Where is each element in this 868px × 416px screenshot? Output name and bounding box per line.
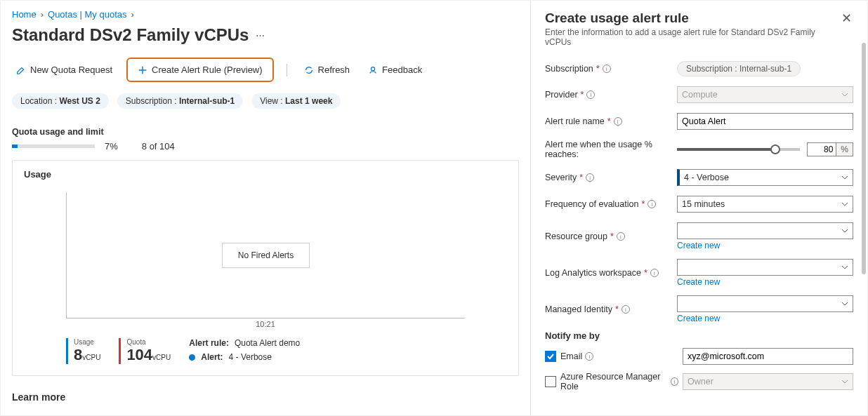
usage-chart: No Fired Alerts — [66, 192, 465, 318]
create-new-rg-link[interactable]: Create new — [677, 241, 853, 250]
email-checkbox-label: Email i — [560, 351, 678, 361]
usage-card: Usage No Fired Alerts 10:21 Usage 8vCPU … — [12, 160, 519, 376]
resource-group-select[interactable] — [677, 222, 853, 239]
chevron-down-icon — [841, 91, 848, 98]
svg-point-0 — [371, 67, 374, 70]
usage-progress-bar — [12, 145, 95, 148]
quota-usage-title: Quota usage and limit — [12, 127, 519, 137]
alert-rule-value: Quota Alert demo — [235, 338, 300, 348]
info-icon[interactable]: i — [603, 65, 611, 73]
create-alert-panel: Create usage alert rule Enter the inform… — [530, 1, 867, 415]
managed-identity-select[interactable] — [677, 295, 853, 312]
usage-card-title: Usage — [24, 169, 507, 180]
info-icon[interactable]: i — [614, 117, 622, 126]
info-icon[interactable]: i — [617, 232, 625, 241]
more-actions-button[interactable]: ⋯ — [256, 30, 266, 41]
notify-section-title: Notify me by — [545, 330, 853, 341]
panel-title: Create usage alert rule — [545, 11, 840, 26]
subscription-label: Subscription * i — [545, 64, 669, 74]
info-icon[interactable]: i — [586, 90, 595, 99]
usage-stat-unit: vCPU — [82, 354, 100, 361]
threshold-slider[interactable] — [677, 148, 800, 151]
chart-x-label: 10:21 — [24, 320, 507, 328]
refresh-label: Refresh — [318, 65, 350, 75]
alert-rule-summary: Alert rule: Quota Alert demo Alert: 4 - … — [189, 338, 300, 362]
quota-stat-label: Quota — [126, 338, 171, 346]
alert-label: Alert: — [201, 352, 223, 362]
info-icon[interactable]: i — [650, 269, 659, 277]
learn-more-heading: Learn more — [12, 391, 519, 403]
usage-stat-label: Usage — [74, 338, 100, 346]
page-title: Standard DSv2 Family vCPUs — [12, 25, 249, 45]
view-filter[interactable]: View : Last 1 week — [251, 93, 341, 109]
chevron-down-icon — [841, 378, 848, 385]
subscription-filter[interactable]: Subscription : Internal-sub-1 — [117, 93, 243, 109]
feedback-button[interactable]: Feedback — [364, 62, 426, 78]
subscription-value: Subscription : Internal-sub-1 — [677, 61, 801, 76]
breadcrumb: Home › Quotas | My quotas › — [12, 9, 519, 20]
provider-label: Provider * i — [545, 90, 669, 100]
usage-count: 8 of 104 — [142, 141, 175, 152]
slider-thumb[interactable] — [770, 145, 780, 154]
create-new-law-link[interactable]: Create new — [677, 277, 853, 287]
arm-role-checkbox[interactable] — [545, 376, 556, 387]
quota-stat: Quota 104vCPU — [119, 338, 171, 364]
usage-progress-fill — [12, 145, 18, 148]
info-icon[interactable]: i — [586, 173, 594, 182]
feedback-label: Feedback — [382, 65, 422, 75]
chevron-down-icon — [841, 264, 848, 271]
pencil-icon — [16, 65, 26, 75]
breadcrumb-home[interactable]: Home — [12, 9, 37, 20]
breadcrumb-quotas[interactable]: Quotas | My quotas — [48, 9, 127, 20]
chevron-down-icon — [841, 227, 848, 234]
chevron-down-icon — [841, 174, 848, 181]
chevron-down-icon — [841, 300, 848, 307]
provider-select: Compute — [677, 86, 853, 103]
info-icon[interactable]: i — [622, 305, 630, 314]
create-alert-label: Create Alert Rule (Preview) — [152, 65, 263, 75]
alert-rule-name-input[interactable] — [677, 113, 853, 130]
close-panel-button[interactable]: ✕ — [840, 11, 853, 26]
percent-label: % — [836, 142, 853, 156]
panel-scrollbar[interactable] — [862, 43, 866, 274]
arm-role-checkbox-label: Azure Resource Manager Role i — [560, 372, 678, 391]
check-icon — [546, 352, 555, 361]
quota-stat-value: 104 — [126, 346, 152, 363]
create-new-mi-link[interactable]: Create new — [677, 314, 853, 323]
feedback-icon — [368, 65, 378, 75]
frequency-select[interactable]: 15 minutes — [677, 196, 853, 213]
chevron-right-icon: › — [131, 9, 134, 20]
plus-icon — [138, 65, 147, 75]
severity-select[interactable]: 4 - Verbose — [677, 169, 853, 186]
info-icon[interactable]: i — [585, 352, 593, 361]
new-quota-request-button[interactable]: New Quota Request — [12, 62, 117, 78]
toolbar-separator — [287, 64, 287, 76]
severity-dot-icon — [189, 354, 195, 361]
arm-role-select[interactable]: Owner — [683, 373, 853, 390]
quota-stat-unit: vCPU — [152, 354, 171, 361]
law-label: Log Analytics workspace * i — [545, 268, 669, 278]
info-icon[interactable]: i — [671, 377, 678, 386]
law-select[interactable] — [677, 259, 853, 276]
chevron-right-icon: › — [41, 9, 44, 20]
email-checkbox[interactable] — [545, 351, 556, 362]
alert-value: 4 - Verbose — [229, 352, 272, 362]
usage-percent: 7% — [105, 141, 118, 152]
toolbar: New Quota Request Create Alert Rule (Pre… — [12, 58, 519, 82]
frequency-label: Frequency of evaluation * i — [545, 199, 669, 209]
threshold-label: Alert me when the usage % reaches: — [545, 140, 669, 159]
usage-stat: Usage 8vCPU — [66, 338, 100, 364]
chevron-down-icon — [841, 201, 848, 208]
refresh-icon — [304, 65, 314, 75]
new-quota-label: New Quota Request — [30, 65, 112, 75]
alert-rule-label: Alert rule: — [189, 338, 229, 348]
resource-group-label: Resource group * i — [545, 232, 669, 241]
refresh-button[interactable]: Refresh — [300, 62, 355, 78]
info-icon[interactable]: i — [647, 200, 656, 208]
no-fired-alerts-message: No Fired Alerts — [222, 243, 310, 268]
create-alert-rule-button[interactable]: Create Alert Rule (Preview) — [133, 62, 267, 78]
location-filter[interactable]: Location : West US 2 — [12, 93, 109, 109]
email-input[interactable] — [683, 348, 853, 365]
threshold-value-input[interactable] — [807, 142, 836, 156]
usage-stat-value: 8 — [74, 346, 82, 363]
